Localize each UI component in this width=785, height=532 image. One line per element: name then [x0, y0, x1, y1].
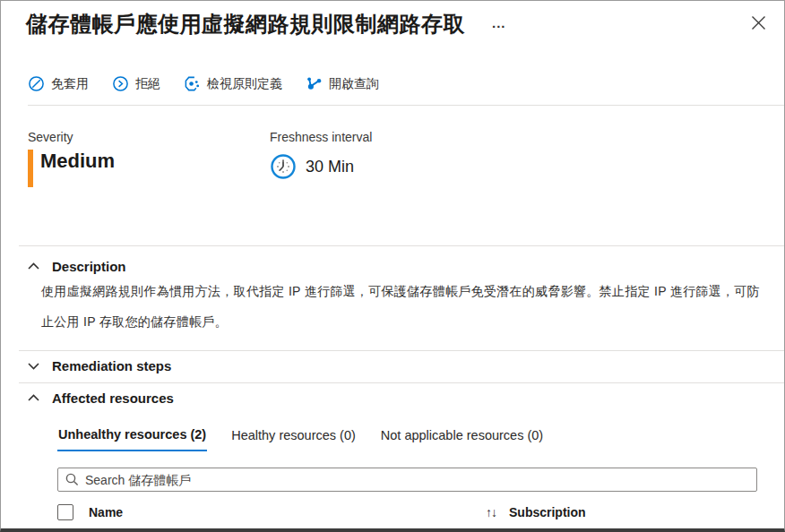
resource-table-header: Name ↑↓ Subscription — [57, 499, 755, 526]
section-title: Affected resources — [52, 390, 174, 406]
exempt-button[interactable]: 免套用 — [28, 75, 89, 92]
description-text: 使用虛擬網路規則作為慣用方法，取代指定 IP 進行篩選，可保護儲存體帳戶免受潛在… — [41, 276, 763, 337]
divider — [19, 245, 784, 246]
divider — [19, 382, 784, 383]
clock-icon — [270, 153, 297, 180]
divider — [28, 105, 784, 106]
column-header-name[interactable]: Name — [89, 505, 486, 519]
section-title: Description — [52, 259, 126, 274]
open-query-icon — [306, 75, 323, 92]
page-title: 儲存體帳戶應使用虛擬網路規則限制網路存取 — [26, 10, 465, 38]
close-icon — [751, 20, 766, 33]
remediation-steps-section-toggle[interactable]: Remediation steps — [28, 358, 171, 373]
command-bar: 免套用 拒絕 檢視原則定義 — [28, 75, 379, 92]
description-section-toggle[interactable]: Description — [28, 259, 126, 274]
exempt-icon — [28, 75, 45, 92]
deny-button[interactable]: 拒絕 — [112, 75, 160, 92]
affected-resources-section-toggle[interactable]: Affected resources — [28, 390, 174, 406]
open-query-button[interactable]: 開啟查詢 — [306, 75, 379, 92]
search-input[interactable] — [85, 473, 749, 487]
column-header-subscription[interactable]: Subscription — [509, 505, 755, 519]
tab-not-applicable-resources[interactable]: Not applicable resources (0) — [380, 422, 544, 451]
resource-tabs: Unhealthy resources (2) Healthy resource… — [57, 422, 544, 451]
select-all-checkbox[interactable] — [57, 504, 73, 520]
severity-value: Medium — [40, 150, 115, 187]
severity-color-bar — [28, 150, 33, 187]
header: 儲存體帳戶應使用虛擬網路規則限制網路存取 ... — [26, 10, 768, 38]
view-policy-definition-button[interactable]: 檢視原則定義 — [184, 75, 282, 92]
deny-icon — [112, 75, 129, 92]
sort-icon[interactable]: ↑↓ — [486, 505, 496, 519]
policy-definition-icon — [184, 75, 201, 92]
chevron-up-icon — [28, 394, 39, 402]
close-button[interactable] — [749, 13, 768, 35]
section-title: Remediation steps — [52, 358, 171, 373]
severity-label: Severity — [28, 130, 115, 144]
search-icon — [65, 473, 79, 486]
chevron-down-icon — [28, 362, 39, 370]
severity-block: Severity Medium — [28, 130, 115, 187]
divider — [19, 350, 784, 351]
tab-unhealthy-resources[interactable]: Unhealthy resources (2) — [57, 422, 207, 451]
recommendation-detail-panel: 儲存體帳戶應使用虛擬網路規則限制網路存取 ... 免套用 拒絕 — [0, 0, 785, 532]
freshness-value: 30 Min — [306, 158, 354, 176]
tab-healthy-resources[interactable]: Healthy resources (0) — [230, 422, 357, 451]
chevron-up-icon — [28, 262, 39, 270]
freshness-label: Freshness interval — [270, 130, 372, 144]
resource-search-box[interactable] — [57, 468, 757, 492]
freshness-block: Freshness interval 30 Min — [270, 130, 372, 180]
more-options-button[interactable]: ... — [492, 15, 506, 30]
